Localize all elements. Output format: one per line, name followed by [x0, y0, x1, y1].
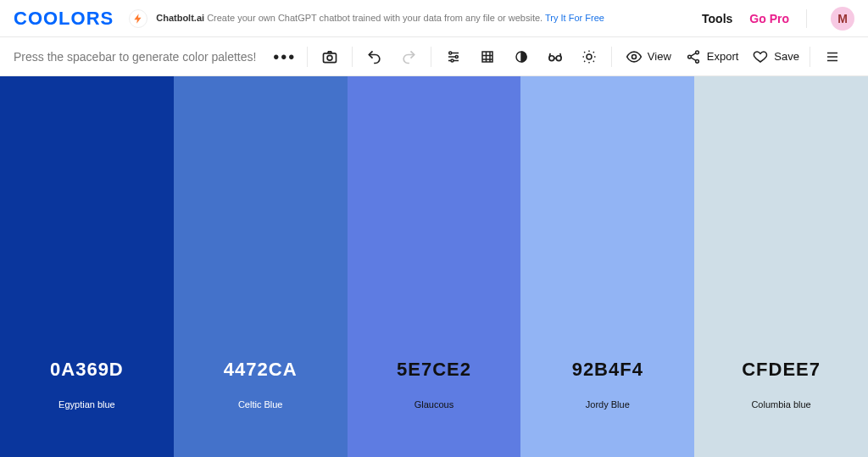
hex-code[interactable]: 92B4F4 [572, 359, 643, 381]
color-name: Glaucous [415, 399, 453, 410]
hex-code[interactable]: 5E7CE2 [397, 359, 471, 381]
redo-icon [397, 45, 420, 69]
svg-rect-0 [323, 53, 336, 62]
contrast-icon[interactable] [509, 45, 533, 69]
share-icon [682, 45, 705, 69]
save-button[interactable]: Save [748, 45, 799, 69]
export-label: Export [707, 50, 739, 63]
divider [806, 9, 807, 28]
view-button[interactable]: View [622, 45, 671, 69]
hex-code[interactable]: 4472CA [224, 359, 298, 381]
glasses-icon[interactable] [543, 45, 567, 69]
grid-icon[interactable] [476, 45, 499, 69]
svg-rect-5 [482, 52, 492, 62]
hex-code[interactable]: 0A369D [50, 359, 124, 381]
swatch-4472CA[interactable]: 4472CACeltic Blue [174, 76, 348, 457]
logo[interactable]: COOLORS [14, 8, 114, 30]
svg-point-10 [632, 54, 636, 59]
save-label: Save [774, 50, 799, 63]
svg-point-9 [587, 54, 592, 59]
tools-menu[interactable]: Tools [702, 12, 732, 25]
avatar[interactable]: M [831, 7, 854, 31]
svg-point-13 [695, 59, 698, 63]
top-bar: COOLORS Chatbolt.ai Create your own Chat… [0, 0, 868, 37]
heart-icon [748, 45, 772, 69]
sponsor-banner[interactable]: Chatbolt.ai Create your own ChatGPT chat… [129, 9, 604, 28]
sponsor-link[interactable]: Try It For Free [545, 13, 604, 23]
svg-point-3 [455, 55, 458, 58]
swatch-92B4F4[interactable]: 92B4F4Jordy Blue [520, 76, 694, 457]
sun-icon[interactable] [577, 45, 601, 69]
sponsor-title: Chatbolt.ai [156, 13, 204, 23]
hex-code[interactable]: CFDEE7 [742, 359, 821, 381]
svg-point-12 [687, 55, 691, 59]
swatch-0A369D[interactable]: 0A369DEgyptian blue [0, 76, 174, 457]
svg-point-11 [695, 50, 698, 53]
settings-sliders-icon[interactable] [442, 45, 465, 69]
svg-point-4 [451, 59, 453, 62]
color-name: Celtic Blue [238, 399, 283, 410]
spacebar-hint: Press the spacebar to generate color pal… [14, 50, 256, 64]
camera-icon[interactable] [318, 45, 342, 69]
sponsor-desc: Create your own ChatGPT chatbot trained … [207, 13, 542, 23]
sponsor-text: Chatbolt.ai Create your own ChatGPT chat… [156, 12, 604, 25]
swatch-5E7CE2[interactable]: 5E7CE2Glaucous [348, 76, 521, 457]
svg-point-1 [327, 55, 332, 60]
palette: 0A369DEgyptian blue4472CACeltic Blue5E7C… [0, 76, 868, 457]
svg-point-2 [449, 52, 452, 54]
swatch-CFDEE7[interactable]: CFDEE7Columbia blue [694, 76, 868, 457]
view-label: View [648, 50, 671, 63]
more-icon[interactable]: ••• [273, 45, 297, 69]
color-name: Jordy Blue [586, 399, 630, 410]
go-pro-button[interactable]: Go Pro [749, 12, 789, 25]
hamburger-icon[interactable] [821, 45, 844, 69]
sponsor-icon [129, 9, 147, 28]
undo-icon[interactable] [363, 45, 387, 69]
color-name: Egyptian blue [58, 399, 115, 410]
color-name: Columbia blue [751, 399, 810, 410]
toolbar: Press the spacebar to generate color pal… [0, 37, 868, 76]
export-button[interactable]: Export [682, 45, 739, 69]
eye-icon [622, 45, 646, 69]
